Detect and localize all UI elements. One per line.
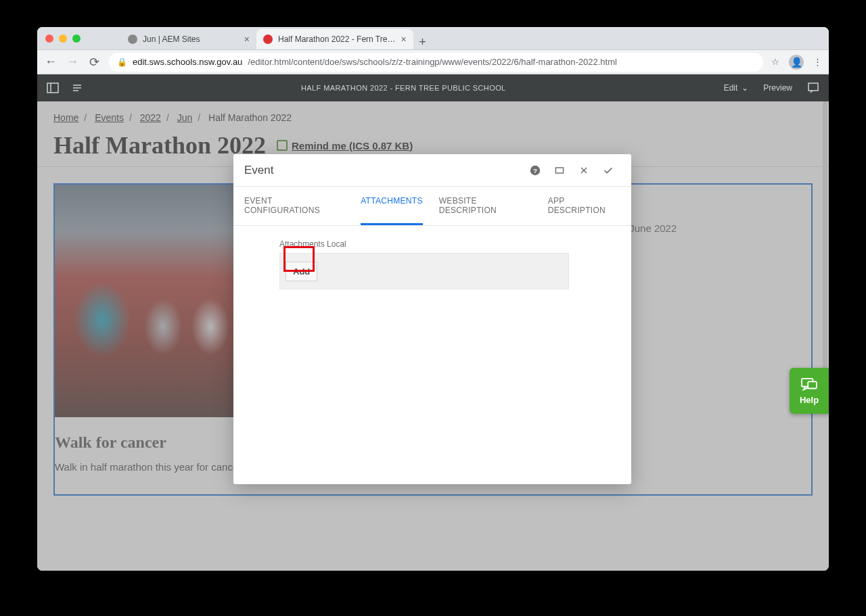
url-path: /editor.html/content/doe/sws/schools/z/z… [248,57,617,67]
tab-app-description[interactable]: APP DESCRIPTION [548,187,620,225]
browser-menu-icon[interactable]: ⋮ [813,57,822,67]
reload-button[interactable]: ⟳ [87,55,101,70]
aem-editor-bar: HALF MARATHON 2022 - FERN TREE PUBLIC SC… [37,74,829,101]
browser-tab-active[interactable]: Half Marathon 2022 - Fern Tre… × [256,29,413,49]
breadcrumb: Home/ Events/ 2022/ Jun/ Half Marathon 2… [53,112,813,123]
side-panel-toggle-icon[interactable] [47,82,59,94]
aem-page-title: HALF MARATHON 2022 - FERN TREE PUBLIC SC… [95,84,712,92]
scrollbar[interactable] [823,101,827,568]
add-button[interactable]: Add [286,262,317,281]
svg-text:?: ? [533,166,537,174]
tab-event-configurations[interactable]: EVENT CONFIGURATIONS [244,187,344,225]
minimize-window-button[interactable] [59,34,67,43]
window-controls [45,34,81,43]
dialog-title: Event [244,164,523,177]
tab-title: Half Marathon 2022 - Fern Tre… [278,34,395,44]
help-label: Help [800,395,819,405]
new-tab-button[interactable]: + [413,35,432,49]
done-check-icon[interactable] [596,158,620,183]
attachments-label: Attachments Local [279,239,620,249]
chevron-down-icon: ⌄ [742,83,748,93]
tab-close-icon[interactable]: × [244,34,250,45]
tab-close-icon[interactable]: × [401,34,406,45]
close-window-button[interactable] [45,34,53,43]
maximize-window-button[interactable] [72,34,81,43]
forward-button[interactable]: → [66,55,79,69]
svg-rect-2 [808,83,818,91]
browser-tabs: Jun | AEM Sites × Half Marathon 2022 - F… [121,27,432,49]
tab-title: Jun | AEM Sites [143,34,200,44]
dialog-body: Attachments Local Add [233,226,631,300]
annotate-icon[interactable] [807,82,819,94]
tab-website-description[interactable]: WEBSITE DESCRIPTION [439,187,532,225]
globe-icon [128,34,137,44]
breadcrumb-link[interactable]: 2022 [140,112,161,123]
help-tab[interactable]: Help [790,368,829,414]
browser-tab[interactable]: Jun | AEM Sites × [121,29,256,49]
dialog-header: Event ? [233,154,631,187]
svg-rect-7 [808,381,817,388]
scrollbar-thumb[interactable] [823,101,827,412]
browser-window: Jun | AEM Sites × Half Marathon 2022 - F… [37,27,829,571]
breadcrumb-link[interactable]: Events [95,112,124,123]
breadcrumb-link[interactable]: Home [53,112,78,123]
svg-rect-0 [47,83,58,93]
event-image [55,185,236,417]
event-dialog: Event ? EVENT CONFIGURATIONS ATTACHMENTS… [233,154,631,484]
back-button[interactable]: ← [44,55,58,69]
dialog-tabs: EVENT CONFIGURATIONS ATTACHMENTS WEBSITE… [233,187,631,226]
preview-button[interactable]: Preview [763,83,792,93]
lock-icon: 🔒 [117,57,127,67]
close-icon[interactable] [572,158,596,183]
site-favicon-icon [263,34,273,44]
chat-icon [800,377,818,392]
browser-toolbar: ← → ⟳ 🔒 edit.sws.schools.nsw.gov.au/edit… [37,50,829,74]
breadcrumb-current: Half Marathon 2022 [208,112,292,123]
svg-rect-5 [555,168,563,173]
remind-me-link[interactable]: Remind me (ICS 0.87 KB) [277,140,413,151]
fullscreen-icon[interactable] [547,158,572,183]
edit-mode-dropdown[interactable]: Edit ⌄ [724,83,749,93]
attachments-multifield: Add [279,253,569,289]
help-icon[interactable]: ? [523,158,547,183]
tab-attachments[interactable]: ATTACHMENTS [361,187,423,225]
bookmark-star-icon[interactable]: ☆ [771,57,779,67]
toolbar-right: ☆ 👤 ⋮ [771,55,822,70]
browser-titlebar: Jun | AEM Sites × Half Marathon 2022 - F… [37,27,829,50]
page-info-icon[interactable] [71,82,83,94]
calendar-add-icon [277,140,288,151]
address-bar[interactable]: 🔒 edit.sws.schools.nsw.gov.au/editor.htm… [109,53,763,72]
url-domain: edit.sws.schools.nsw.gov.au [133,57,242,67]
profile-avatar-icon[interactable]: 👤 [789,55,804,70]
breadcrumb-link[interactable]: Jun [177,112,193,123]
